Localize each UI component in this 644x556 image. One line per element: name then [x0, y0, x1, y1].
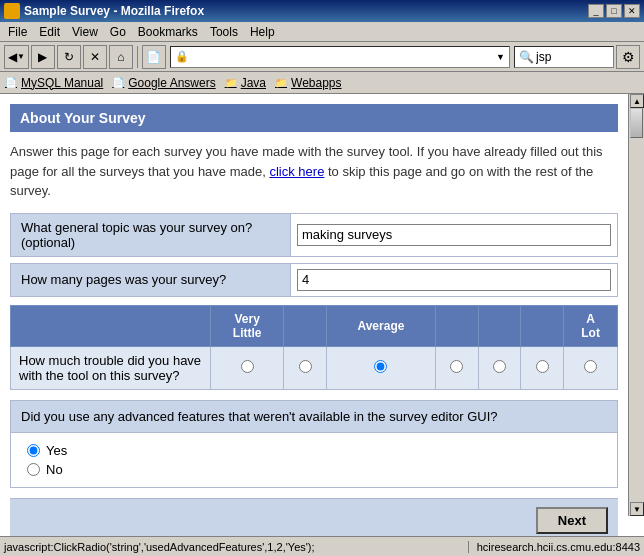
radio-yes[interactable]: [27, 444, 40, 457]
bookmark-webapps[interactable]: 📁 Webapps: [274, 76, 341, 90]
bottom-nav: Next: [10, 498, 618, 537]
rating-radio-2[interactable]: [284, 346, 327, 389]
menu-file[interactable]: File: [2, 23, 33, 41]
rating-radio-4[interactable]: [435, 346, 478, 389]
search-input[interactable]: [536, 50, 596, 64]
toolbar-separator: [137, 46, 138, 68]
back-icon: ◀: [8, 50, 17, 64]
reload-icon: ↻: [64, 50, 74, 64]
radio-no[interactable]: [27, 463, 40, 476]
rating-header-5: [478, 305, 521, 346]
rating-question-text: How much trouble did you have with the t…: [11, 346, 211, 389]
stop-icon: ✕: [90, 50, 100, 64]
next-button[interactable]: Next: [536, 507, 608, 534]
scrollbar-thumb[interactable]: [630, 108, 643, 138]
title-bar: Sample Survey - Mozilla Firefox _ □ ✕: [0, 0, 644, 22]
scrollbar-up-arrow[interactable]: ▲: [630, 94, 644, 108]
bookmark-java-icon: 📁: [224, 76, 238, 90]
status-bar: javascript:ClickRadio('string','usedAdva…: [0, 536, 644, 556]
bookmark-google-icon: 📄: [111, 76, 125, 90]
home-icon: ⌂: [117, 50, 124, 64]
yesno-question-text: Did you use any advanced features that w…: [11, 401, 617, 433]
address-bar[interactable]: 🔒 ▼: [170, 46, 510, 68]
bookmark-webapps-icon: 📁: [274, 76, 288, 90]
survey-container: About Your Survey Answer this page for e…: [0, 94, 628, 536]
bookmark-mysql-icon: 📄: [4, 76, 18, 90]
yesno-section: Did you use any advanced features that w…: [10, 400, 618, 488]
pages-input[interactable]: [297, 269, 611, 291]
radio-7[interactable]: [584, 360, 597, 373]
pages-field-row: How many pages was your survey?: [10, 263, 618, 297]
rating-radio-3[interactable]: [327, 346, 436, 389]
menu-view[interactable]: View: [66, 23, 104, 41]
bookmark-mysql-label: MySQL Manual: [21, 76, 103, 90]
bookmark-mysql[interactable]: 📄 MySQL Manual: [4, 76, 103, 90]
rating-header-very-little: VeryLittle: [211, 305, 284, 346]
bookmark-google[interactable]: 📄 Google Answers: [111, 76, 215, 90]
yesno-option-no: No: [27, 462, 601, 477]
radio-5[interactable]: [493, 360, 506, 373]
rating-header-4: [435, 305, 478, 346]
menu-bar: File Edit View Go Bookmarks Tools Help: [0, 22, 644, 42]
radio-1[interactable]: [241, 360, 254, 373]
rating-radio-1[interactable]: [211, 346, 284, 389]
maximize-button[interactable]: □: [606, 4, 622, 18]
radio-3[interactable]: [374, 360, 387, 373]
bookmark-java[interactable]: 📁 Java: [224, 76, 266, 90]
page-icon: 📄: [146, 50, 161, 64]
search-box[interactable]: 🔍: [514, 46, 614, 68]
settings-icon[interactable]: ⚙: [616, 45, 640, 69]
status-text-right: hciresearch.hcii.cs.cmu.edu:8443: [468, 541, 640, 553]
home-button[interactable]: ⌂: [109, 45, 133, 69]
back-button[interactable]: ◀ ▼: [4, 45, 29, 69]
bookmarks-bar: 📄 MySQL Manual 📄 Google Answers 📁 Java 📁…: [0, 72, 644, 94]
minimize-button[interactable]: _: [588, 4, 604, 18]
search-icon: 🔍: [519, 50, 534, 64]
topic-field-row: What general topic was your survey on? (…: [10, 213, 618, 257]
topic-label: What general topic was your survey on? (…: [11, 214, 291, 256]
close-button[interactable]: ✕: [624, 4, 640, 18]
page-icon-btn: 📄: [142, 45, 166, 69]
page-content: About Your Survey Answer this page for e…: [0, 94, 628, 536]
scrollbar-track[interactable]: ▲ ▼: [628, 94, 644, 516]
rating-header-a-lot: ALot: [564, 305, 618, 346]
address-input[interactable]: [193, 50, 496, 64]
lock-icon: 🔒: [175, 50, 189, 63]
radio-6[interactable]: [536, 360, 549, 373]
bookmark-webapps-label: Webapps: [291, 76, 341, 90]
scrollbar-down-arrow[interactable]: ▼: [630, 502, 644, 516]
rating-header-average: Average: [327, 305, 436, 346]
topic-input-cell: [291, 220, 617, 250]
address-dropdown-icon[interactable]: ▼: [496, 52, 505, 62]
window-controls: _ □ ✕: [588, 4, 640, 18]
table-row: How much trouble did you have with the t…: [11, 346, 618, 389]
back-dropdown[interactable]: ▼: [17, 52, 25, 61]
rating-radio-6[interactable]: [521, 346, 564, 389]
stop-button[interactable]: ✕: [83, 45, 107, 69]
pages-input-cell: [291, 265, 617, 295]
radio-2[interactable]: [299, 360, 312, 373]
rating-header-question: [11, 305, 211, 346]
window-icon: [4, 3, 20, 19]
reload-button[interactable]: ↻: [57, 45, 81, 69]
no-label: No: [46, 462, 63, 477]
rating-radio-7[interactable]: [564, 346, 618, 389]
radio-4[interactable]: [450, 360, 463, 373]
main-wrapper: About Your Survey Answer this page for e…: [0, 94, 644, 536]
yesno-option-yes: Yes: [27, 443, 601, 458]
skip-link[interactable]: click here: [269, 164, 324, 179]
menu-tools[interactable]: Tools: [204, 23, 244, 41]
status-text-left: javascript:ClickRadio('string','usedAdva…: [4, 541, 468, 553]
bookmark-google-label: Google Answers: [128, 76, 215, 90]
menu-go[interactable]: Go: [104, 23, 132, 41]
menu-help[interactable]: Help: [244, 23, 281, 41]
rating-radio-5[interactable]: [478, 346, 521, 389]
menu-bookmarks[interactable]: Bookmarks: [132, 23, 204, 41]
forward-button[interactable]: ▶: [31, 45, 55, 69]
survey-header-text: About Your Survey: [20, 110, 146, 126]
yesno-options: Yes No: [11, 433, 617, 487]
toolbar: ◀ ▼ ▶ ↻ ✕ ⌂ 📄 🔒 ▼ 🔍 ⚙: [0, 42, 644, 72]
menu-edit[interactable]: Edit: [33, 23, 66, 41]
yes-label: Yes: [46, 443, 67, 458]
topic-input[interactable]: [297, 224, 611, 246]
